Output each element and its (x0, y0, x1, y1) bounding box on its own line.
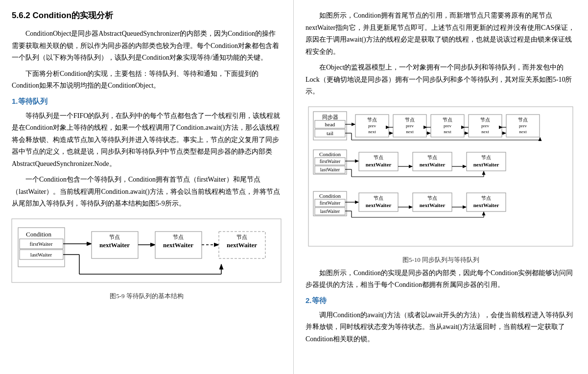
svg-text:节点: 节点 (374, 195, 383, 201)
svg-text:next: next (444, 129, 451, 134)
left-panel: 5.6.2 Condition的实现分析 ConditionObject是同步器… (0, 0, 294, 374)
fig510-container: 同步器 head tail 节点 prev next 节点 prev next … (306, 106, 576, 264)
fig510-caption: 图5-10 同步队列与等待队列 (402, 256, 479, 264)
svg-text:firstWaiter: firstWaiter (320, 200, 341, 206)
right-panel: 如图所示，Condition拥有首尾节点的引用，而新增节点只需要将原有的尾节点n… (294, 0, 588, 374)
svg-text:prev: prev (481, 123, 489, 128)
fig59-caption: 图5-9 等待队列的基本结构 (110, 292, 184, 301)
svg-text:tail: tail (327, 130, 333, 136)
svg-text:head: head (325, 121, 335, 127)
svg-text:节点: 节点 (405, 117, 415, 122)
svg-text:Condition: Condition (319, 193, 341, 199)
svg-text:nextWaiter: nextWaiter (99, 241, 130, 249)
right-para2: 在Object的监视器模型上，一个对象拥有一个同步队列和等待队列，而并发包中的L… (306, 62, 576, 98)
svg-text:nextWaiter: nextWaiter (227, 241, 257, 249)
left-para2: 下面将分析Condition的实现，主要包括：等待队列、等待和通知，下面提到的C… (12, 68, 282, 92)
right-para1: 如图所示，Condition拥有首尾节点的引用，而新增节点只需要将原有的尾节点n… (306, 10, 576, 58)
left-para3: 等待队列是一个FIFO的队列，在队列中的每个节点都包含了一个线程引用，该线程就是… (12, 110, 282, 170)
svg-text:lastWaiter: lastWaiter (30, 252, 52, 257)
svg-text:节点: 节点 (109, 234, 120, 240)
svg-text:lastWaiter: lastWaiter (320, 209, 340, 214)
fig59-container: Condition firstWaiter lastWaiter 节点 next… (12, 218, 282, 301)
svg-text:nextWaiter: nextWaiter (163, 241, 193, 249)
svg-text:节点: 节点 (518, 117, 528, 122)
right-para4: 调用Condition的await()方法（或者以await开头的方法），会使当… (306, 309, 576, 346)
svg-text:Condition: Condition (26, 231, 52, 238)
svg-text:节点: 节点 (427, 155, 437, 160)
fig59-svg: Condition firstWaiter lastWaiter 节点 next… (11, 218, 282, 289)
left-para1: ConditionObject是同步器AbstractQueuedSynchro… (12, 28, 282, 64)
svg-text:节点: 节点 (481, 155, 491, 160)
svg-text:prev: prev (406, 123, 414, 128)
fig510-svg: 同步器 head tail 节点 prev next 节点 prev next … (307, 106, 574, 253)
section-title: 5.6.2 Condition的实现分析 (12, 10, 282, 21)
svg-text:next: next (406, 129, 414, 134)
svg-text:nextWaiter: nextWaiter (420, 202, 446, 208)
svg-text:节点: 节点 (480, 117, 490, 122)
svg-text:nextWaiter: nextWaiter (366, 202, 392, 208)
section1-title: 1.等待队列 (12, 97, 282, 106)
svg-text:prev: prev (444, 123, 451, 128)
svg-text:next: next (519, 129, 527, 134)
right-para3: 如图所示，Condition的实现是同步器的内部类，因此每个Condition实… (306, 267, 576, 291)
svg-text:nextWaiter: nextWaiter (473, 202, 499, 208)
svg-text:prev: prev (519, 123, 527, 128)
svg-text:prev: prev (368, 123, 376, 128)
svg-text:节点: 节点 (443, 117, 452, 122)
svg-text:lastWaiter: lastWaiter (320, 167, 340, 172)
section2-title: 2.等待 (306, 296, 576, 305)
svg-text:节点: 节点 (236, 234, 247, 240)
svg-text:next: next (368, 129, 376, 134)
svg-text:节点: 节点 (173, 234, 184, 240)
svg-text:next: next (481, 129, 489, 134)
svg-text:firstWaiter: firstWaiter (30, 241, 53, 247)
svg-text:节点: 节点 (367, 117, 377, 122)
svg-text:nextWaiter: nextWaiter (473, 162, 499, 167)
svg-text:firstWaiter: firstWaiter (320, 159, 341, 164)
svg-text:Condition: Condition (319, 151, 341, 157)
svg-text:节点: 节点 (481, 195, 491, 201)
svg-text:nextWaiter: nextWaiter (366, 162, 392, 167)
svg-text:nextWaiter: nextWaiter (420, 162, 446, 167)
left-para4: 一个Condition包含一个等待队列，Condition拥有首节点（first… (12, 174, 282, 210)
svg-text:节点: 节点 (374, 155, 383, 160)
svg-text:同步器: 同步器 (322, 114, 338, 120)
svg-text:节点: 节点 (427, 195, 437, 201)
